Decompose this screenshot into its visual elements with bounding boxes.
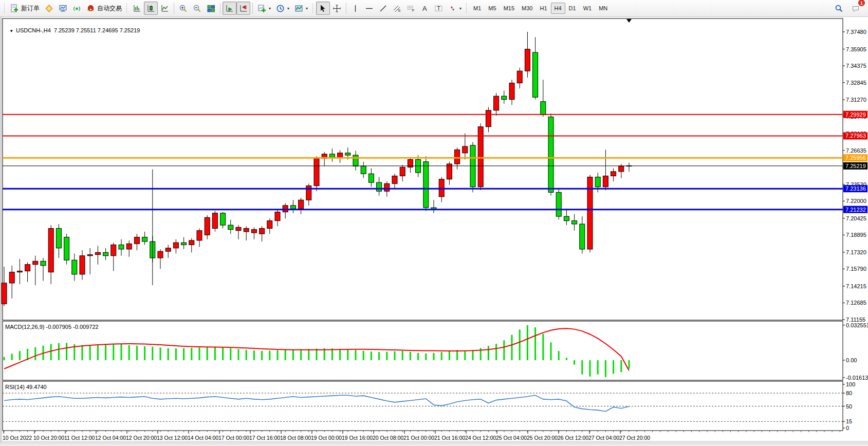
zoom-out-icon <box>193 4 201 13</box>
candle-up <box>251 230 256 233</box>
market-watch-button[interactable] <box>42 2 56 15</box>
rsi-indicator-label: RSI(14) 49.4740 <box>5 384 47 390</box>
tile-windows-button[interactable] <box>204 2 218 15</box>
timeframe-m5-button[interactable]: M5 <box>485 3 500 14</box>
candle-up <box>267 221 272 229</box>
svg-text:A: A <box>422 5 427 12</box>
candle-up <box>33 261 38 264</box>
search-button[interactable] <box>832 2 846 15</box>
candle-down <box>72 260 77 274</box>
zoom-in-button[interactable] <box>176 2 190 15</box>
templates-button[interactable]: ▾ <box>292 2 310 15</box>
svg-text:F: F <box>412 9 414 12</box>
candle-down <box>361 166 366 174</box>
candle-up <box>9 272 14 283</box>
signals-icon <box>72 4 81 13</box>
zoom-in-icon <box>179 4 188 13</box>
candle-down <box>572 221 577 224</box>
rsi-tick-label: 15 <box>846 418 852 424</box>
date-label: 11 Oct 12:00 <box>64 435 95 441</box>
new-order-button[interactable]: 新订单 <box>8 2 42 15</box>
timeframe-d1-button[interactable]: D1 <box>565 3 580 14</box>
notification-badge: 1 <box>858 0 865 6</box>
rsi-tick-label: 100 <box>846 381 855 387</box>
candle-down <box>595 177 600 187</box>
macd-tick-label: -0.016137 <box>846 375 868 381</box>
chart-shift-icon <box>239 4 248 13</box>
candle-up <box>314 158 319 185</box>
crosshair-tool-button[interactable] <box>330 2 344 15</box>
zoom-out-button[interactable] <box>190 2 204 15</box>
dropdown-caret-icon: ▾ <box>287 6 289 11</box>
auto-trading-button[interactable]: 自动交易 <box>84 2 124 15</box>
candle-up <box>205 217 210 235</box>
timeframe-m1-button[interactable]: M1 <box>470 3 485 14</box>
candlestick-chart-button[interactable] <box>144 2 158 15</box>
new-order-label: 新订单 <box>21 4 40 13</box>
level-price-badge-label: 7.27963 <box>845 133 866 139</box>
date-label: 17 Oct 16:00 <box>249 435 280 441</box>
chart-shift-button[interactable] <box>236 2 250 15</box>
macd-tick-label: 0.032551 <box>846 322 868 328</box>
timeframe-mn-button[interactable]: MN <box>595 3 611 14</box>
cursor-tool-button[interactable] <box>316 2 330 15</box>
date-label: 25 Oct 20:00 <box>527 435 558 441</box>
text-icon: A <box>420 4 429 13</box>
auto-trading-icon <box>86 4 95 13</box>
candle-up <box>25 265 30 271</box>
candle-up <box>384 183 390 191</box>
notifications-button[interactable]: 1 <box>849 2 863 15</box>
candle-up <box>603 176 608 187</box>
ohlc-values: 7.25239 7.25511 7.24695 7.25219 <box>54 27 140 33</box>
timeframe-m30-button[interactable]: M30 <box>518 3 536 14</box>
candle-up <box>463 146 468 153</box>
fibonacci-tool-button[interactable]: F <box>404 2 418 15</box>
price-tick-label: 7.22000 <box>846 198 866 204</box>
vertical-line-tool-button[interactable] <box>348 2 362 15</box>
date-label: 12 Oct 20:00 <box>126 435 157 441</box>
vertical-line-icon <box>351 4 360 13</box>
bar-chart-button[interactable] <box>130 2 144 15</box>
candle-down <box>533 52 538 97</box>
toolbar-separator <box>220 3 220 14</box>
timeframe-h1-button[interactable]: H1 <box>536 3 550 14</box>
chart-canvas[interactable]: 7.374807.359057.343757.328457.312707.297… <box>0 17 868 446</box>
arrows-tool-button[interactable]: ▾ <box>446 2 464 15</box>
date-label: 24 Oct 12:00 <box>465 435 496 441</box>
candle-down <box>41 261 46 266</box>
arrows-icon <box>448 4 457 13</box>
horizontal-line-tool-button[interactable] <box>362 2 376 15</box>
line-chart-button[interactable] <box>158 2 172 15</box>
date-label: 21 Oct 16:00 <box>434 435 465 441</box>
toolbar-grip <box>126 3 128 13</box>
indicators-button[interactable]: ▾ <box>255 2 273 15</box>
search-icon <box>835 4 843 13</box>
signals-button[interactable] <box>70 2 84 15</box>
tile-windows-icon <box>207 4 215 13</box>
terminal-button[interactable] <box>56 2 70 15</box>
candle-up <box>299 200 304 209</box>
candle-up <box>111 245 116 255</box>
candle-up <box>486 110 491 127</box>
timeframe-w1-button[interactable]: W1 <box>580 3 596 14</box>
candle-up <box>158 251 163 258</box>
date-label: 14 Oct 04:00 <box>188 435 218 441</box>
macd-indicator-label: MACD(12,26,9) -0.007905 -0.009722 <box>5 324 99 330</box>
equidistant-channel-tool-button[interactable]: E <box>390 2 404 15</box>
price-tick-label: 7.18895 <box>846 232 866 238</box>
periods-button[interactable]: ▾ <box>273 2 292 15</box>
text-label-tool-button[interactable]: T <box>432 2 446 15</box>
text-tool-button[interactable]: A <box>418 2 432 15</box>
timeframe-h4-button[interactable]: H4 <box>551 3 565 14</box>
auto-scroll-button[interactable] <box>223 2 236 15</box>
trendline-tool-button[interactable] <box>376 2 390 15</box>
date-label: 20 Oct 08:00 <box>373 435 403 441</box>
timeframe-m15-button[interactable]: M15 <box>500 3 518 14</box>
svg-text:T: T <box>437 6 440 11</box>
macd-tick-label: 0.00 <box>846 357 857 363</box>
date-label: 10 Oct 20:00 <box>33 435 64 441</box>
symbol-dropdown-icon[interactable]: ▼ <box>9 29 13 33</box>
candle-down <box>353 155 358 166</box>
candle-down <box>377 182 382 191</box>
candle-up <box>189 240 194 245</box>
